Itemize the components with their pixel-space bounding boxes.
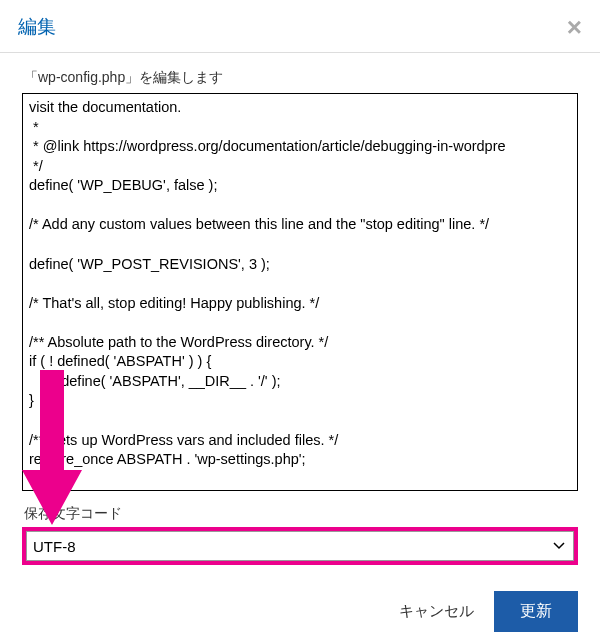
close-icon[interactable]: × [567,14,582,40]
dialog-header: 編集 × [0,0,600,53]
dialog-body: 「wp-config.php」を編集します 保存文字コード UTF-8 [0,53,600,575]
cancel-button[interactable]: キャンセル [399,602,474,621]
code-editor[interactable] [22,93,578,491]
dialog-title: 編集 [18,14,56,40]
encoding-label: 保存文字コード [24,505,578,523]
encoding-highlight: UTF-8 [22,527,578,565]
dialog-footer: キャンセル 更新 [0,575,600,639]
edit-dialog: 編集 × 「wp-config.php」を編集します 保存文字コード UTF-8… [0,0,600,639]
edit-subtitle: 「wp-config.php」を編集します [24,69,578,87]
encoding-select[interactable]: UTF-8 [26,531,574,561]
submit-button[interactable]: 更新 [494,591,578,632]
